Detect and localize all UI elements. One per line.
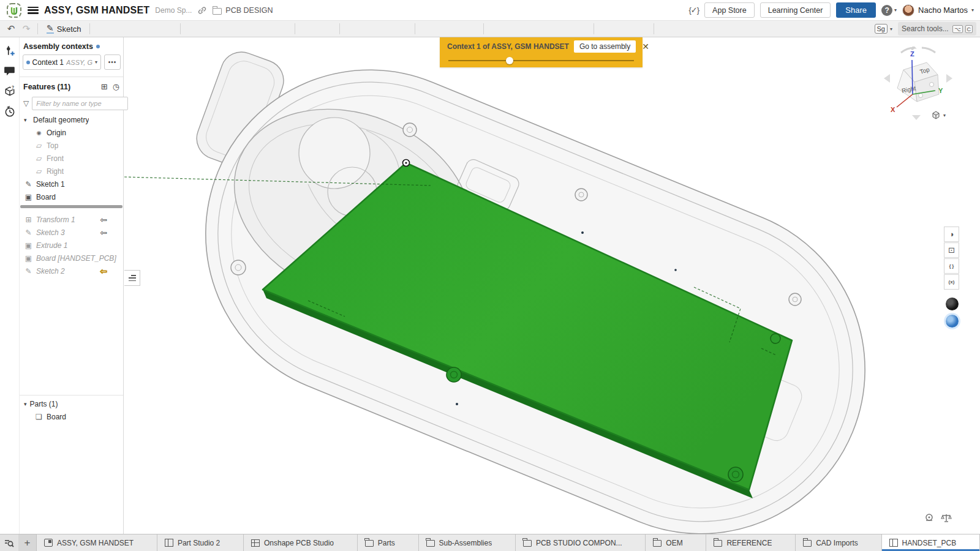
mid-surface-icon[interactable] <box>688 21 703 36</box>
configurations-icon[interactable] <box>4 45 16 57</box>
extrude-icon[interactable] <box>94 21 108 36</box>
redo-icon[interactable]: ↷ <box>19 21 34 36</box>
tab-reference[interactable]: REFERENCE <box>706 534 796 551</box>
tab-assy-gsm-handset[interactable]: ASSY, GSM HANDSET <box>37 534 157 551</box>
tab-cad-imports[interactable]: CAD Imports <box>796 534 881 551</box>
sheet-metal-tab-icon[interactable] <box>628 21 643 36</box>
3d-viewport[interactable] <box>124 37 980 534</box>
enclose-icon[interactable] <box>658 21 673 36</box>
feature-plane-right[interactable]: ▱ Right ⇦ <box>20 165 123 178</box>
context-selector[interactable]: Context 1 ASSY, G. ▾ <box>23 54 101 70</box>
hole-icon[interactable] <box>261 21 276 36</box>
feature-list-flyout-button[interactable] <box>124 270 140 286</box>
tab-part-studio-2[interactable]: Part Studio 2 <box>157 534 244 551</box>
part-board[interactable]: ❏ Board <box>20 410 123 423</box>
material-check-icon[interactable] <box>765 21 780 36</box>
curve-icon[interactable] <box>503 21 518 36</box>
context-more-button[interactable]: ••• <box>104 54 121 70</box>
slider-knob[interactable] <box>506 57 513 64</box>
go-to-assembly-button[interactable]: Go to assembly <box>574 40 636 53</box>
tab-pcb-studio-components[interactable]: PCB STUDIO COMPON... <box>516 534 646 551</box>
feature-group-default-geometry[interactable]: ▾ Default geometry ⇦ <box>20 113 123 126</box>
parts-header[interactable]: ▾ Parts (1) <box>20 398 123 410</box>
sweep-icon[interactable] <box>124 21 139 36</box>
feature-extrude-1[interactable]: ▣ Extrude 1 ⇦ <box>20 239 123 252</box>
filter-funnel-icon[interactable]: ▽ <box>23 99 29 108</box>
tab-search-button[interactable] <box>0 534 18 551</box>
sketch-button[interactable]: ✎ Sketch <box>42 21 86 36</box>
shell-icon[interactable] <box>246 21 260 36</box>
featurescript-icon[interactable]: {✓} <box>689 6 699 15</box>
revolve-icon[interactable] <box>109 21 124 36</box>
extend-surface-icon[interactable] <box>704 21 718 36</box>
routing-icon[interactable] <box>734 21 749 36</box>
sheet-metal-flange-icon[interactable] <box>613 21 628 36</box>
configuration-cube-icon[interactable]: { } <box>944 258 959 274</box>
learning-center-button[interactable]: Learning Center <box>760 2 831 18</box>
mass-properties-icon[interactable] <box>941 513 952 523</box>
variable-table-icon[interactable] <box>575 21 590 36</box>
history-icon[interactable] <box>4 105 16 118</box>
filter-input[interactable] <box>32 97 128 110</box>
app-store-button[interactable]: App Store <box>704 2 755 18</box>
feature-sketch-1[interactable]: ✎ Sketch 1 ⇦ <box>20 178 123 190</box>
plane-icon[interactable] <box>488 21 502 36</box>
split-face-icon[interactable] <box>719 21 734 36</box>
replace-face-icon[interactable] <box>450 21 464 36</box>
composite-curve-icon[interactable] <box>525 21 540 36</box>
loft-icon[interactable] <box>140 21 154 36</box>
helix-icon[interactable] <box>540 21 555 36</box>
split-icon[interactable] <box>359 21 374 36</box>
user-menu[interactable]: Nacho Martos ▾ <box>902 4 974 17</box>
sheet-metal-caret-icon[interactable] <box>644 21 650 36</box>
add-tab-button[interactable]: + <box>18 534 37 551</box>
appearance-panel-icon[interactable]: ◑ <box>944 227 959 242</box>
boss-icon[interactable] <box>276 21 291 36</box>
rib-icon[interactable] <box>230 21 245 36</box>
feature-transform-1[interactable]: ⊞ Transform 1 ⇦ <box>20 213 123 226</box>
feature-history-icon[interactable]: ◷ <box>113 82 119 91</box>
curve-caret-icon[interactable] <box>518 21 524 36</box>
hamburger-menu-icon[interactable] <box>28 7 39 14</box>
feature-board[interactable]: ▣ Board ⇦ <box>20 190 123 203</box>
modify-caret-icon[interactable] <box>390 21 396 36</box>
sheet-metal-model-icon[interactable] <box>598 21 612 36</box>
frame-icon[interactable] <box>750 21 764 36</box>
chamfer-icon[interactable] <box>200 21 214 36</box>
onshape-logo-icon[interactable] <box>6 2 22 18</box>
project-curve-icon[interactable] <box>556 21 570 36</box>
feature-plane-front[interactable]: ▱ Front ⇦ <box>20 152 123 165</box>
rollback-bar[interactable] <box>20 205 123 208</box>
linear-pattern-icon[interactable] <box>299 21 314 36</box>
feature-board-handset-pcb[interactable]: ▣ Board [HANDSET_PCB] ⇦ <box>20 252 123 264</box>
feature-plane-top[interactable]: ▱ Top ⇦ <box>20 139 123 152</box>
feature-sketch-2[interactable]: ✎ Sketch 2 ⇦ <box>20 264 123 277</box>
fill-surface-icon[interactable] <box>673 21 688 36</box>
tab-handset-pcb[interactable]: HANDSET_PCB <box>882 534 980 551</box>
move-face-icon[interactable] <box>419 21 434 36</box>
mirror-icon[interactable] <box>321 21 336 36</box>
draft-icon[interactable] <box>215 21 230 36</box>
variable-icon[interactable] <box>571 21 575 36</box>
tab-sub-assemblies[interactable]: Sub-Assemblies <box>419 534 516 551</box>
custom-feature-menu[interactable]: Sg ▾ <box>875 24 892 34</box>
boolean-icon[interactable] <box>344 21 358 36</box>
tab-oem[interactable]: OEM <box>646 534 706 551</box>
tab-onshape-pcb-studio[interactable]: Onshape PCB Studio <box>244 534 358 551</box>
delete-part-icon[interactable] <box>396 21 411 36</box>
close-icon[interactable]: ✕ <box>641 42 650 51</box>
render-dark-sphere-icon[interactable] <box>946 298 959 310</box>
view-options-menu[interactable]: ▾ <box>931 110 946 120</box>
sg-badge[interactable]: Sg <box>875 24 888 34</box>
offset-surface-icon[interactable] <box>465 21 480 36</box>
viewcube-cube[interactable] <box>897 62 939 102</box>
search-tools-box[interactable]: Search tools... ⌥ C <box>898 22 976 36</box>
share-button[interactable]: Share <box>836 2 876 18</box>
render-blue-sphere-icon[interactable] <box>946 315 959 328</box>
fillet-icon[interactable] <box>184 21 199 36</box>
pattern-caret-icon[interactable] <box>314 21 320 36</box>
tab-parts[interactable]: Parts <box>358 534 419 551</box>
rollback-slider[interactable] <box>448 60 634 61</box>
thicken-icon[interactable] <box>155 21 170 36</box>
share-link-icon[interactable] <box>197 6 207 15</box>
